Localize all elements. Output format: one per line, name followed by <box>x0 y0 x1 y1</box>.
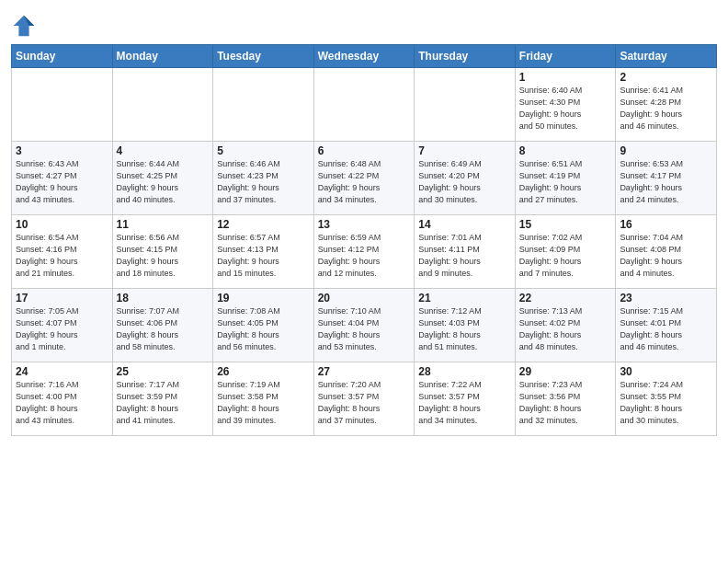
calendar-week-1: 3Sunrise: 6:43 AM Sunset: 4:27 PM Daylig… <box>12 142 717 215</box>
calendar-cell: 21Sunrise: 7:12 AM Sunset: 4:03 PM Dayli… <box>415 289 516 362</box>
calendar-cell: 15Sunrise: 7:02 AM Sunset: 4:09 PM Dayli… <box>515 215 616 289</box>
calendar-cell <box>415 68 516 142</box>
calendar-cell: 29Sunrise: 7:23 AM Sunset: 3:56 PM Dayli… <box>515 362 616 436</box>
header-monday: Monday <box>112 45 213 68</box>
day-info: Sunrise: 6:48 AM Sunset: 4:22 PM Dayligh… <box>318 158 411 206</box>
day-number: 2 <box>620 71 712 84</box>
day-number: 1 <box>519 71 612 84</box>
day-number: 11 <box>117 218 210 231</box>
day-number: 19 <box>217 292 310 304</box>
day-number: 21 <box>418 292 511 304</box>
header-wednesday: Wednesday <box>313 45 415 68</box>
calendar-header-row: SundayMondayTuesdayWednesdayThursdayFrid… <box>12 45 717 68</box>
day-number: 9 <box>620 144 712 157</box>
day-info: Sunrise: 7:10 AM Sunset: 4:04 PM Dayligh… <box>318 305 411 353</box>
day-info: Sunrise: 6:43 AM Sunset: 4:27 PM Dayligh… <box>16 158 108 206</box>
day-number: 3 <box>16 144 108 157</box>
calendar-cell: 30Sunrise: 7:24 AM Sunset: 3:55 PM Dayli… <box>616 362 717 436</box>
day-info: Sunrise: 7:02 AM Sunset: 4:09 PM Dayligh… <box>519 232 612 280</box>
calendar-cell: 3Sunrise: 6:43 AM Sunset: 4:27 PM Daylig… <box>12 142 113 215</box>
calendar-cell: 5Sunrise: 6:46 AM Sunset: 4:23 PM Daylig… <box>213 142 314 215</box>
day-number: 8 <box>519 144 612 157</box>
calendar-cell: 9Sunrise: 6:53 AM Sunset: 4:17 PM Daylig… <box>616 142 717 215</box>
calendar-cell: 4Sunrise: 6:44 AM Sunset: 4:25 PM Daylig… <box>112 142 213 215</box>
day-number: 20 <box>318 292 411 304</box>
calendar-cell: 7Sunrise: 6:49 AM Sunset: 4:20 PM Daylig… <box>415 142 516 215</box>
day-number: 14 <box>418 218 511 231</box>
calendar-cell: 16Sunrise: 7:04 AM Sunset: 4:08 PM Dayli… <box>616 215 717 289</box>
day-number: 17 <box>16 292 108 304</box>
calendar-cell: 13Sunrise: 6:59 AM Sunset: 4:12 PM Dayli… <box>313 215 415 289</box>
calendar-cell: 24Sunrise: 7:16 AM Sunset: 4:00 PM Dayli… <box>12 362 113 436</box>
day-info: Sunrise: 6:56 AM Sunset: 4:15 PM Dayligh… <box>117 232 210 280</box>
day-info: Sunrise: 7:23 AM Sunset: 3:56 PM Dayligh… <box>519 379 612 427</box>
calendar-cell: 23Sunrise: 7:15 AM Sunset: 4:01 PM Dayli… <box>616 289 717 362</box>
day-info: Sunrise: 6:51 AM Sunset: 4:19 PM Dayligh… <box>519 158 612 206</box>
calendar-cell: 10Sunrise: 6:54 AM Sunset: 4:16 PM Dayli… <box>12 215 113 289</box>
calendar-cell: 1Sunrise: 6:40 AM Sunset: 4:30 PM Daylig… <box>515 68 616 142</box>
day-number: 26 <box>217 365 310 378</box>
day-number: 6 <box>318 144 411 157</box>
calendar-cell: 2Sunrise: 6:41 AM Sunset: 4:28 PM Daylig… <box>616 68 717 142</box>
day-info: Sunrise: 6:57 AM Sunset: 4:13 PM Dayligh… <box>217 232 310 280</box>
day-info: Sunrise: 7:01 AM Sunset: 4:11 PM Dayligh… <box>418 232 511 280</box>
calendar-cell: 17Sunrise: 7:05 AM Sunset: 4:07 PM Dayli… <box>12 289 113 362</box>
day-info: Sunrise: 6:46 AM Sunset: 4:23 PM Dayligh… <box>217 158 310 206</box>
logo-icon <box>11 13 37 39</box>
day-number: 13 <box>318 218 411 231</box>
day-number: 27 <box>318 365 411 378</box>
day-info: Sunrise: 7:12 AM Sunset: 4:03 PM Dayligh… <box>418 305 511 353</box>
day-info: Sunrise: 7:19 AM Sunset: 3:58 PM Dayligh… <box>217 379 310 427</box>
day-info: Sunrise: 6:54 AM Sunset: 4:16 PM Dayligh… <box>16 232 108 280</box>
calendar-week-2: 10Sunrise: 6:54 AM Sunset: 4:16 PM Dayli… <box>12 215 717 289</box>
day-number: 16 <box>620 218 712 231</box>
day-info: Sunrise: 7:20 AM Sunset: 3:57 PM Dayligh… <box>318 379 411 427</box>
day-info: Sunrise: 6:40 AM Sunset: 4:30 PM Dayligh… <box>519 85 612 132</box>
day-info: Sunrise: 6:44 AM Sunset: 4:25 PM Dayligh… <box>117 158 210 206</box>
header-sunday: Sunday <box>12 45 113 68</box>
calendar-cell: 6Sunrise: 6:48 AM Sunset: 4:22 PM Daylig… <box>313 142 415 215</box>
day-info: Sunrise: 7:22 AM Sunset: 3:57 PM Dayligh… <box>418 379 511 427</box>
calendar-cell <box>213 68 314 142</box>
calendar-week-4: 24Sunrise: 7:16 AM Sunset: 4:00 PM Dayli… <box>12 362 717 436</box>
day-info: Sunrise: 6:53 AM Sunset: 4:17 PM Dayligh… <box>620 158 712 206</box>
calendar-cell <box>12 68 113 142</box>
calendar-week-3: 17Sunrise: 7:05 AM Sunset: 4:07 PM Dayli… <box>12 289 717 362</box>
calendar-cell: 20Sunrise: 7:10 AM Sunset: 4:04 PM Dayli… <box>313 289 415 362</box>
day-info: Sunrise: 7:04 AM Sunset: 4:08 PM Dayligh… <box>620 232 712 280</box>
calendar-cell <box>313 68 415 142</box>
day-number: 5 <box>217 144 310 157</box>
day-number: 25 <box>117 365 210 378</box>
day-number: 24 <box>16 365 108 378</box>
day-info: Sunrise: 7:17 AM Sunset: 3:59 PM Dayligh… <box>117 379 210 427</box>
calendar-cell: 12Sunrise: 6:57 AM Sunset: 4:13 PM Dayli… <box>213 215 314 289</box>
day-number: 4 <box>117 144 210 157</box>
day-info: Sunrise: 7:16 AM Sunset: 4:00 PM Dayligh… <box>16 379 108 427</box>
header-saturday: Saturday <box>616 45 717 68</box>
logo <box>11 13 39 39</box>
calendar-cell: 22Sunrise: 7:13 AM Sunset: 4:02 PM Dayli… <box>515 289 616 362</box>
day-info: Sunrise: 7:15 AM Sunset: 4:01 PM Dayligh… <box>620 305 712 353</box>
calendar-week-0: 1Sunrise: 6:40 AM Sunset: 4:30 PM Daylig… <box>12 68 717 142</box>
day-number: 12 <box>217 218 310 231</box>
day-info: Sunrise: 7:13 AM Sunset: 4:02 PM Dayligh… <box>519 305 612 353</box>
header <box>11 9 717 39</box>
calendar-cell: 25Sunrise: 7:17 AM Sunset: 3:59 PM Dayli… <box>112 362 213 436</box>
day-info: Sunrise: 7:07 AM Sunset: 4:06 PM Dayligh… <box>117 305 210 353</box>
day-number: 15 <box>519 218 612 231</box>
calendar-cell: 14Sunrise: 7:01 AM Sunset: 4:11 PM Dayli… <box>415 215 516 289</box>
calendar-cell <box>112 68 213 142</box>
day-info: Sunrise: 6:41 AM Sunset: 4:28 PM Dayligh… <box>620 85 712 132</box>
day-number: 23 <box>620 292 712 304</box>
day-number: 28 <box>418 365 511 378</box>
calendar-cell: 28Sunrise: 7:22 AM Sunset: 3:57 PM Dayli… <box>415 362 516 436</box>
page-container: SundayMondayTuesdayWednesdayThursdayFrid… <box>0 0 728 445</box>
calendar-cell: 11Sunrise: 6:56 AM Sunset: 4:15 PM Dayli… <box>112 215 213 289</box>
calendar-cell: 26Sunrise: 7:19 AM Sunset: 3:58 PM Dayli… <box>213 362 314 436</box>
day-info: Sunrise: 6:49 AM Sunset: 4:20 PM Dayligh… <box>418 158 511 206</box>
day-number: 18 <box>117 292 210 304</box>
day-number: 7 <box>418 144 511 157</box>
header-friday: Friday <box>515 45 616 68</box>
calendar-cell: 18Sunrise: 7:07 AM Sunset: 4:06 PM Dayli… <box>112 289 213 362</box>
day-info: Sunrise: 7:08 AM Sunset: 4:05 PM Dayligh… <box>217 305 310 353</box>
